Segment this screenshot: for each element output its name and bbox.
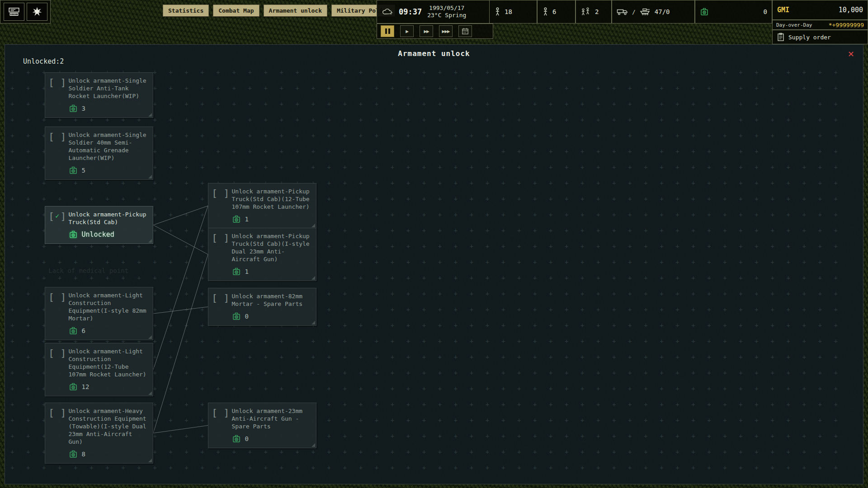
tech-node-truck-rocket-launcher[interactable]: [] Unlock armament-Pickup Truck(Std Cab)… [208, 183, 316, 229]
bracket-close-icon: ] [60, 347, 66, 359]
tech-node-light-equipment-mortar[interactable]: [] Unlock armament-Light Construction Eq… [45, 287, 153, 340]
stat-squads-value: 2 [595, 8, 599, 15]
corner-grip-icon [311, 443, 315, 447]
window-title: Armament unlock [5, 49, 863, 58]
supply-crate-icon [232, 267, 241, 276]
calendar-icon [462, 28, 469, 35]
armament-unlock-window: ++++++++++++++++++++++++++++++++++++++++… [5, 44, 863, 484]
tech-node-truck-aa-gun[interactable]: [] Unlock armament-Pickup Truck(Std Cab)… [208, 228, 316, 281]
unlock-checkbox: [] [212, 188, 230, 224]
bracket-open-icon: [ [48, 211, 54, 222]
node-cost: 1 [245, 216, 249, 223]
bracket-close-icon: ] [60, 407, 66, 418]
soldier-icon [494, 7, 501, 16]
corner-grip-icon [148, 239, 152, 243]
unlock-checkbox: [] [212, 232, 230, 276]
node-cost: 8 [82, 450, 85, 458]
tech-node-pickup-truck[interactable]: [✓] Unlock armament-Pickup Truck(Std Cab… [45, 206, 153, 244]
calendar-button[interactable] [458, 25, 472, 37]
bracket-open-icon: [ [48, 131, 54, 142]
supply-crate-icon [232, 215, 241, 224]
tech-node-mortar-spare-parts[interactable]: [] Unlock armament-82mm Mortar - Spare P… [208, 288, 316, 326]
unlock-checkbox: [] [48, 77, 66, 113]
armored-vehicle-icon [639, 8, 651, 15]
unlocked-counter: Unlocked:2 [23, 57, 64, 66]
node-title: Unlock armament-82mm Mortar - Spare Part… [232, 292, 313, 308]
fastest-forward-button[interactable]: ▶▶▶ [439, 25, 453, 37]
fast-forward-button[interactable]: ▶▶ [420, 25, 433, 37]
bracket-close-icon: ] [223, 292, 229, 304]
bracket-open-icon: [ [48, 291, 54, 303]
menu-statistics[interactable]: Statistics [163, 5, 209, 17]
node-status: Unlocked [82, 230, 114, 239]
tech-node-anti-tank-rocket[interactable]: [] Unlock armament-Single Soldier Anti-T… [45, 72, 153, 118]
faction-name: GMI [777, 6, 789, 14]
clock-season: 23°C Spring [427, 12, 466, 19]
bracket-close-icon: ] [60, 77, 66, 88]
node-title: Unlock armament-Light Construction Equip… [69, 347, 150, 378]
check-icon: ✓ [54, 211, 60, 221]
node-title: Unlock armament-Pickup Truck(Std Cab) [69, 211, 150, 226]
bracket-close-icon: ] [60, 211, 66, 222]
menu-armament-unlock[interactable]: Armament unlock [264, 5, 327, 17]
finance-cell: GMI 10,000 [772, 0, 868, 20]
node-cost: 0 [245, 435, 249, 442]
bracket-close-icon: ] [223, 407, 229, 418]
stat-personnel: 18 [489, 0, 537, 23]
node-title: Unlock armament-23mm Anti-Aircraft Gun -… [232, 407, 313, 430]
node-cost: 3 [82, 105, 85, 112]
weather-cloud-icon [382, 8, 393, 16]
clock-time: 09:37 [399, 7, 422, 16]
balance-value: 10,000 [839, 6, 863, 14]
supply-crate-icon [69, 450, 78, 459]
playback-controls: ▶ ▶▶ ▶▶▶ [377, 23, 493, 39]
supply-crate-icon [700, 7, 709, 16]
combat-alert-button[interactable] [27, 3, 47, 21]
node-title: Unlock armament-Heavy Construction Equip… [69, 407, 150, 446]
close-button[interactable]: ✕ [845, 47, 857, 60]
bracket-close-icon: ] [223, 188, 229, 199]
bracket-open-icon: [ [212, 407, 217, 418]
console-icon [8, 7, 20, 17]
pause-icon [385, 28, 387, 34]
stat-supply: 0 [695, 0, 772, 23]
stat-squads: 2 [576, 0, 612, 23]
unlock-checkbox-checked: [✓] [48, 211, 66, 239]
background-log-line: Lack of medical point [48, 267, 128, 274]
play-button[interactable]: ▶ [400, 25, 414, 37]
bracket-close-icon: ] [60, 131, 66, 142]
corner-grip-icon [311, 276, 315, 280]
explosion-icon [32, 6, 42, 17]
supply-crate-icon [69, 326, 78, 335]
pause-button[interactable] [381, 25, 394, 37]
corner-grip-icon [148, 175, 152, 178]
supply-order-button[interactable]: Supply order [772, 30, 868, 44]
node-title: Unlock armament-Pickup Truck(Std Cab)(I-… [232, 232, 313, 263]
unlock-checkbox: [] [212, 407, 230, 443]
icon-separator: / [632, 9, 636, 15]
supply-order-label: Supply order [788, 34, 831, 41]
menu-combat-map[interactable]: Combat Map [213, 5, 259, 17]
unlock-checkbox: [] [48, 347, 66, 391]
tech-node-aa-spare-parts[interactable]: [] Unlock armament-23mm Anti-Aircraft Gu… [208, 403, 316, 448]
tech-node-light-equipment-rocket[interactable]: [] Unlock armament-Light Construction Eq… [45, 343, 153, 396]
corner-grip-icon [311, 321, 315, 324]
corner-grip-icon [148, 391, 152, 395]
node-cost: 0 [245, 313, 249, 320]
unlock-checkbox: [] [48, 131, 66, 175]
bracket-open-icon: [ [212, 292, 217, 304]
tech-node-grenade-launcher[interactable]: [] Unlock armament-Single Soldier 40mm S… [45, 127, 153, 180]
console-button[interactable] [4, 3, 24, 21]
reserve-soldier-icon [542, 7, 549, 16]
corner-grip-icon [148, 113, 152, 117]
corner-grip-icon [148, 459, 152, 462]
node-title: Unlock armament-Light Construction Equip… [69, 291, 150, 322]
node-cost: 12 [82, 383, 90, 390]
unlock-checkbox: [] [212, 292, 230, 321]
bracket-close-icon: ] [60, 291, 66, 303]
supply-crate-icon [232, 312, 241, 321]
stat-vehicles-value: 47/0 [655, 8, 670, 15]
squad-icon [580, 7, 591, 16]
tech-node-heavy-equipment-aa[interactable]: [] Unlock armament-Heavy Construction Eq… [45, 403, 153, 464]
bracket-open-icon: [ [212, 188, 217, 199]
